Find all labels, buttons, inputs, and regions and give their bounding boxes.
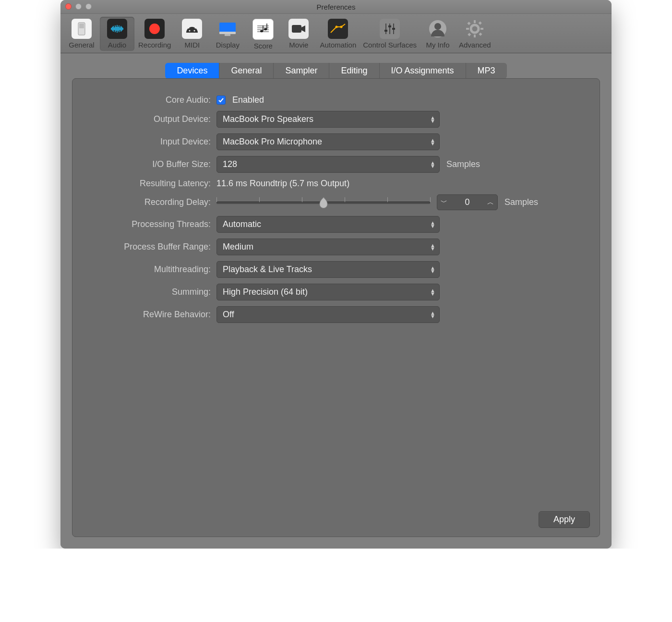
- svg-rect-1: [79, 24, 84, 28]
- svg-point-19: [195, 27, 196, 29]
- popup-value: MacBook Pro Speakers: [223, 114, 313, 124]
- svg-rect-52: [479, 33, 482, 36]
- toolbar-label: Display: [216, 41, 240, 49]
- minimize-window-button[interactable]: [75, 3, 82, 10]
- popup-value: MacBook Pro Microphone: [223, 137, 322, 147]
- svg-point-35: [340, 26, 343, 28]
- svg-point-34: [336, 26, 338, 28]
- label-resulting-latency: Resulting Latency:: [87, 179, 216, 189]
- chevrons-updown-icon: ▲▼: [430, 221, 435, 228]
- display-icon: [217, 19, 238, 39]
- popup-value: Playback & Live Tracks: [223, 264, 312, 275]
- record-icon: [144, 19, 165, 39]
- toolbar-item-control-surfaces[interactable]: Control Surfaces: [360, 17, 420, 51]
- svg-point-31: [264, 28, 267, 31]
- toolbar-item-automation[interactable]: Automation: [317, 17, 359, 51]
- io-buffer-size-popup[interactable]: 128 ▲▼: [216, 156, 440, 173]
- chevrons-updown-icon: ▲▼: [430, 311, 435, 318]
- toolbar-label: Advanced: [459, 41, 491, 49]
- toolbar-item-my-info[interactable]: My Info: [420, 17, 455, 51]
- tab-io-assignments[interactable]: I/O Assignments: [380, 63, 466, 79]
- toolbar-item-movie[interactable]: Movie: [281, 17, 316, 51]
- label-recording-delay: Recording Delay:: [87, 197, 216, 207]
- toolbar-item-midi[interactable]: MIDI: [175, 17, 209, 51]
- stepper-increment[interactable]: ︿: [484, 198, 497, 207]
- svg-rect-46: [474, 35, 476, 37]
- tab-editing[interactable]: Editing: [329, 63, 379, 79]
- automation-icon: [328, 19, 348, 39]
- multithreading-popup[interactable]: Playback & Live Tracks ▲▼: [216, 261, 440, 278]
- rewire-behavior-popup[interactable]: Off ▲▼: [216, 306, 440, 323]
- svg-point-29: [260, 30, 263, 33]
- svg-point-16: [149, 24, 160, 34]
- chevrons-updown-icon: ▲▼: [430, 244, 435, 251]
- popup-value: Medium: [223, 242, 253, 252]
- window-title: Preferences: [317, 3, 356, 11]
- close-window-button[interactable]: [65, 3, 72, 10]
- svg-rect-30: [263, 25, 264, 31]
- devices-panel: Core Audio: Enabled Output Device: MacBo…: [72, 78, 600, 537]
- slider-thumb-icon[interactable]: [318, 196, 329, 211]
- stepper-value: 0: [451, 197, 484, 207]
- popup-value: High Precision (64 bit): [223, 287, 308, 297]
- label-output-device: Output Device:: [87, 114, 216, 124]
- toolbar-label: Control Surfaces: [363, 41, 417, 49]
- toolbar-label: General: [69, 41, 94, 49]
- svg-rect-39: [384, 30, 387, 32]
- audio-subtabs: Devices General Sampler Editing I/O Assi…: [72, 63, 600, 79]
- recording-delay-stepper[interactable]: ﹀ 0 ︿: [437, 194, 498, 210]
- summing-popup[interactable]: High Precision (64 bit) ▲▼: [216, 284, 440, 300]
- stepper-decrement[interactable]: ﹀: [437, 198, 451, 207]
- input-device-popup[interactable]: MacBook Pro Microphone ▲▼: [216, 133, 440, 150]
- recording-delay-slider[interactable]: [216, 195, 430, 210]
- tab-general[interactable]: General: [219, 63, 274, 79]
- toolbar-label: MIDI: [185, 41, 200, 49]
- toolbar-item-general[interactable]: General: [64, 17, 99, 51]
- tab-devices[interactable]: Devices: [165, 63, 219, 79]
- core-audio-checkbox[interactable]: [216, 96, 226, 105]
- chevrons-updown-icon: ▲▼: [430, 116, 435, 123]
- traffic-lights: [65, 3, 92, 10]
- label-processing-threads: Processing Threads:: [87, 219, 216, 229]
- zoom-window-button[interactable]: [85, 3, 92, 10]
- apply-button[interactable]: Apply: [539, 511, 590, 528]
- tab-sampler[interactable]: Sampler: [274, 63, 329, 79]
- toolbar-item-display[interactable]: Display: [210, 17, 245, 51]
- label-summing: Summing:: [87, 287, 216, 297]
- label-multithreading: Multithreading:: [87, 264, 216, 275]
- process-buffer-range-popup[interactable]: Medium ▲▼: [216, 239, 440, 255]
- svg-rect-23: [219, 32, 236, 34]
- toolbar-item-advanced[interactable]: Advanced: [456, 17, 494, 51]
- svg-rect-33: [292, 25, 301, 33]
- midi-icon: [182, 19, 202, 39]
- toolbar-label: Recording: [138, 41, 171, 49]
- titlebar: Preferences: [60, 0, 612, 14]
- toolbar-item-audio[interactable]: Audio: [100, 17, 134, 51]
- toolbar-label: Movie: [289, 41, 308, 49]
- chevrons-updown-icon: ▲▼: [430, 139, 435, 145]
- svg-rect-40: [388, 25, 391, 27]
- content-area: Devices General Sampler Editing I/O Assi…: [60, 53, 612, 549]
- output-device-popup[interactable]: MacBook Pro Speakers ▲▼: [216, 111, 440, 128]
- svg-rect-51: [468, 33, 471, 36]
- label-rewire-behavior: ReWire Behavior:: [87, 310, 216, 320]
- toolbar-item-recording[interactable]: Recording: [135, 17, 174, 51]
- toolbar-item-score[interactable]: Score: [246, 17, 280, 51]
- tab-mp3[interactable]: MP3: [466, 63, 507, 79]
- label-process-buffer-range: Process Buffer Range:: [87, 242, 216, 252]
- toolbar-label: Automation: [320, 41, 356, 49]
- person-icon: [428, 19, 448, 39]
- score-icon: [252, 19, 274, 40]
- toolbar-label: Score: [254, 42, 273, 50]
- io-buffer-size-suffix: Samples: [446, 159, 480, 169]
- preferences-window: Preferences General: [60, 0, 612, 549]
- label-io-buffer-size: I/O Buffer Size:: [87, 159, 216, 169]
- resulting-latency-value: 11.6 ms Roundtrip (5.7 ms Output): [216, 179, 349, 189]
- svg-rect-41: [392, 28, 395, 30]
- svg-rect-45: [474, 20, 476, 23]
- camera-icon: [288, 19, 309, 39]
- svg-point-43: [434, 23, 441, 30]
- svg-rect-22: [219, 23, 236, 33]
- processing-threads-popup[interactable]: Automatic ▲▼: [216, 216, 440, 233]
- svg-rect-32: [267, 24, 268, 29]
